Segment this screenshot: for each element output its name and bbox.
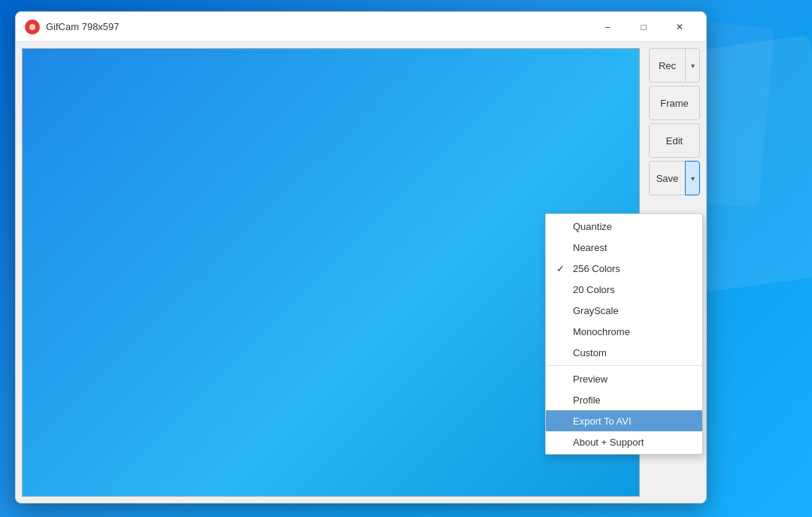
dropdown-item-label: Nearest bbox=[573, 242, 607, 253]
dropdown-item-label: Monochrome bbox=[573, 326, 630, 337]
sidebar: Rec ▾ Frame Edit Save ▾ QuantizeNearest✓… bbox=[646, 42, 706, 503]
window-title: GifCam 798x597 bbox=[46, 21, 590, 32]
close-button[interactable]: ✕ bbox=[662, 15, 697, 39]
save-dropdown-menu: QuantizeNearest✓256 Colors20 ColorsGrayS… bbox=[545, 213, 703, 455]
title-bar: GifCam 798x597 – □ ✕ bbox=[16, 12, 706, 42]
dropdown-item-about-support[interactable]: About + Support bbox=[546, 431, 702, 452]
dropdown-item-preview[interactable]: Preview bbox=[546, 368, 702, 389]
dropdown-item-label: Profile bbox=[573, 395, 601, 406]
dropdown-item-256colors[interactable]: ✓256 Colors bbox=[546, 258, 702, 279]
dropdown-item-label: Custom bbox=[573, 347, 607, 358]
dropdown-item-label: Quantize bbox=[573, 221, 612, 232]
dropdown-item-profile[interactable]: Profile bbox=[546, 389, 702, 410]
dropdown-item-label: Export To AVI bbox=[573, 416, 632, 427]
edit-button[interactable]: Edit bbox=[649, 123, 700, 158]
rec-button-group: Rec ▾ bbox=[649, 48, 700, 83]
dropdown-item-label: 20 Colors bbox=[573, 284, 615, 295]
title-bar-controls: – □ ✕ bbox=[590, 15, 697, 39]
minimize-button[interactable]: – bbox=[590, 15, 625, 39]
save-button[interactable]: Save bbox=[649, 161, 685, 195]
window-content: Rec ▾ Frame Edit Save ▾ QuantizeNearest✓… bbox=[16, 42, 706, 503]
dropdown-item-quantize[interactable]: Quantize bbox=[546, 216, 702, 237]
rec-dropdown-arrow[interactable]: ▾ bbox=[685, 48, 700, 83]
app-window: GifCam 798x597 – □ ✕ Rec ▾ Frame Edit Sa… bbox=[15, 11, 707, 503]
dropdown-item-monochrome[interactable]: Monochrome bbox=[546, 321, 702, 342]
dropdown-separator bbox=[546, 365, 702, 366]
save-dropdown-arrow[interactable]: ▾ bbox=[685, 161, 700, 195]
dropdown-item-label: About + Support bbox=[573, 437, 644, 448]
dropdown-item-nearest[interactable]: Nearest bbox=[546, 237, 702, 258]
dropdown-item-label: GrayScale bbox=[573, 305, 619, 316]
dropdown-item-label: 256 Colors bbox=[573, 263, 620, 274]
maximize-button[interactable]: □ bbox=[626, 15, 661, 39]
rec-button[interactable]: Rec bbox=[649, 48, 685, 83]
dropdown-item-label: Preview bbox=[573, 373, 607, 385]
frame-button[interactable]: Frame bbox=[649, 86, 700, 120]
dropdown-item-grayscale[interactable]: GrayScale bbox=[546, 300, 702, 321]
save-button-group: Save ▾ bbox=[649, 161, 700, 195]
checkmark-icon: ✓ bbox=[556, 263, 565, 274]
dropdown-item-export-avi[interactable]: Export To AVI bbox=[546, 410, 702, 431]
dropdown-item-custom[interactable]: Custom bbox=[546, 342, 702, 363]
dropdown-item-20colors[interactable]: 20 Colors bbox=[546, 279, 702, 300]
app-logo bbox=[25, 20, 40, 35]
